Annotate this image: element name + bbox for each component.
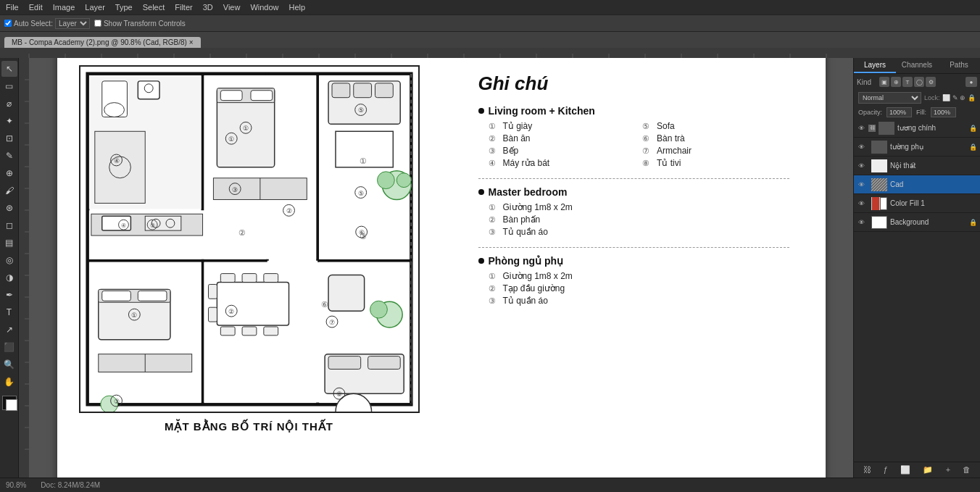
menu-type[interactable]: Type xyxy=(115,3,133,12)
layer-name: Color Fill 1 xyxy=(890,199,977,207)
svg-rect-101 xyxy=(208,284,217,299)
background-color[interactable] xyxy=(6,399,17,411)
floorplan-title: MẶT BẰNG BỐ TRÍ NỘI THẤT xyxy=(165,420,333,433)
legend-section-living-room: Living room + Kitchen ① Tủ giày ⑤ Sofa xyxy=(478,105,789,168)
tab-layers[interactable]: Layers xyxy=(854,58,896,73)
document-canvas: ① ⑤ xyxy=(57,58,826,478)
marquee-tool[interactable]: ▭ xyxy=(1,78,17,94)
layer-item-color-fill[interactable]: 👁 Color Fill 1 xyxy=(854,194,980,213)
zoom-tool[interactable]: 🔍 xyxy=(1,357,17,372)
menu-image[interactable]: Image xyxy=(53,3,75,12)
svg-rect-70 xyxy=(375,83,393,97)
opacity-input[interactable] xyxy=(886,107,912,117)
healing-brush-tool[interactable]: ⊕ xyxy=(1,165,17,181)
layer-mask-button[interactable]: ⬜ xyxy=(900,465,910,475)
menu-edit[interactable]: Edit xyxy=(29,3,43,12)
shape-tool[interactable]: ⬛ xyxy=(1,339,17,355)
blur-tool[interactable]: ◎ xyxy=(1,252,17,268)
svg-point-108 xyxy=(370,301,387,318)
menu-view[interactable]: View xyxy=(223,3,241,12)
tab-paths[interactable]: Paths xyxy=(938,58,980,73)
transform-checkbox[interactable] xyxy=(94,20,101,27)
svg-rect-0 xyxy=(0,48,980,58)
type-tool[interactable]: T xyxy=(1,304,17,320)
layer-name: tương chính xyxy=(897,124,966,132)
layer-thumbnail xyxy=(871,178,887,191)
auto-select-label: Auto Select: xyxy=(14,20,53,28)
filter-type-icon[interactable]: T xyxy=(902,77,913,87)
menu-select[interactable]: Select xyxy=(143,3,165,12)
svg-rect-99 xyxy=(242,326,257,335)
kind-label: Kind xyxy=(857,78,877,86)
layer-visibility-icon[interactable]: 👁 xyxy=(857,218,865,227)
transform-label: Show Transform Controls xyxy=(104,20,186,28)
layer-item-noi-that[interactable]: 👁 Nội thất xyxy=(854,157,980,175)
legend-area: Ghi chú Living room + Kitchen ① Tủ giày xyxy=(464,65,804,478)
document-tab[interactable]: MB - Compa Academy (2).png @ 90.8% (Cad,… xyxy=(4,37,201,48)
layer-visibility-icon[interactable]: 👁 xyxy=(857,143,865,151)
svg-text:④: ④ xyxy=(120,222,125,229)
layer-thumbnail xyxy=(871,216,887,229)
fill-input[interactable] xyxy=(931,107,956,117)
layer-item-background[interactable]: 👁 Background 🔒 xyxy=(854,213,980,232)
dodge-tool[interactable]: ◑ xyxy=(1,270,17,285)
svg-rect-95 xyxy=(220,273,235,282)
layer-actions: ⛓ ƒ ⬜ 📁 + 🗑 xyxy=(854,462,980,478)
layer-item-tuong-chinh[interactable]: 👁 ⛓ tương chính 🔒 xyxy=(854,119,980,138)
gradient-tool[interactable]: ▤ xyxy=(1,235,17,251)
filter-pixel-icon[interactable]: ▣ xyxy=(879,77,889,87)
layer-visibility-icon[interactable]: 👁 xyxy=(857,162,865,170)
layer-effects-button[interactable]: ƒ xyxy=(884,465,888,475)
layer-item-cad[interactable]: 👁 Cad xyxy=(854,175,980,194)
path-selection-tool[interactable]: ↗ xyxy=(1,322,17,338)
menu-window[interactable]: Window xyxy=(250,3,278,12)
crop-tool[interactable]: ⊡ xyxy=(1,130,17,146)
transform-option: Show Transform Controls xyxy=(94,20,186,28)
delete-layer-button[interactable]: 🗑 xyxy=(963,465,971,475)
pen-tool[interactable]: ✒ xyxy=(1,287,17,303)
blend-mode-area: Normal Lock: ⬜ ✎ ⊕ 🔒 xyxy=(854,90,980,106)
layer-visibility-icon[interactable]: 👁 xyxy=(857,124,865,133)
layer-visibility-icon[interactable]: 👁 xyxy=(857,180,865,189)
layer-select[interactable]: Layer xyxy=(55,18,90,29)
link-layers-button[interactable]: ⛓ xyxy=(863,465,871,475)
magic-wand-tool[interactable]: ✦ xyxy=(1,113,17,129)
menu-layer[interactable]: Layer xyxy=(85,3,105,12)
lasso-tool[interactable]: ⌀ xyxy=(1,96,17,112)
menu-3d[interactable]: 3D xyxy=(203,3,213,12)
layer-chain-icon: ⛓ xyxy=(868,125,876,132)
layer-name: Cad xyxy=(890,180,977,188)
eraser-tool[interactable]: ◻ xyxy=(1,217,17,233)
layer-color-swatch xyxy=(872,197,879,210)
lock-icons: ⬜ ✎ ⊕ 🔒 xyxy=(942,94,976,101)
filter-adjust-icon[interactable]: ⊕ xyxy=(891,77,901,87)
filter-toggle[interactable]: ● xyxy=(966,77,977,87)
svg-text:①: ① xyxy=(131,312,137,319)
new-group-button[interactable]: 📁 xyxy=(923,465,933,475)
filter-smart-icon[interactable]: ⚙ xyxy=(926,77,936,87)
filter-shape-icon[interactable]: ◯ xyxy=(914,77,924,87)
canvas-area[interactable]: ① ⑤ xyxy=(29,58,853,478)
foreground-color[interactable] xyxy=(2,396,17,410)
eyedropper-tool[interactable]: ✎ xyxy=(1,148,17,164)
list-item: ③ Bếp xyxy=(489,146,636,156)
svg-rect-102 xyxy=(208,307,217,322)
layer-item-tuong-phu[interactable]: 👁 tường phụ 🔒 xyxy=(854,138,980,157)
list-item: ⑤ Sofa xyxy=(642,121,789,131)
clone-stamp-tool[interactable]: ⊛ xyxy=(1,200,17,216)
menu-filter[interactable]: Filter xyxy=(175,3,192,12)
menu-file[interactable]: File xyxy=(6,3,19,12)
layer-visibility-icon[interactable]: 👁 xyxy=(857,199,865,208)
new-layer-button[interactable]: + xyxy=(946,465,950,475)
bullet-master-bedroom xyxy=(478,189,484,195)
brush-tool[interactable]: 🖌 xyxy=(1,183,17,199)
hand-tool[interactable]: ✋ xyxy=(1,374,17,390)
move-tool[interactable]: ↖ xyxy=(1,61,17,77)
opacity-area: Opacity: Fill: xyxy=(854,106,980,119)
menu-help[interactable]: Help xyxy=(289,3,306,12)
blend-mode-select[interactable]: Normal xyxy=(858,92,921,104)
auto-select-checkbox[interactable] xyxy=(4,20,12,27)
section-title-master-bedroom: Master bedroom xyxy=(478,186,789,198)
tab-channels[interactable]: Channels xyxy=(896,58,938,73)
living-room-items: ① Tủ giày ⑤ Sofa ② Bàn ăn xyxy=(478,121,789,168)
